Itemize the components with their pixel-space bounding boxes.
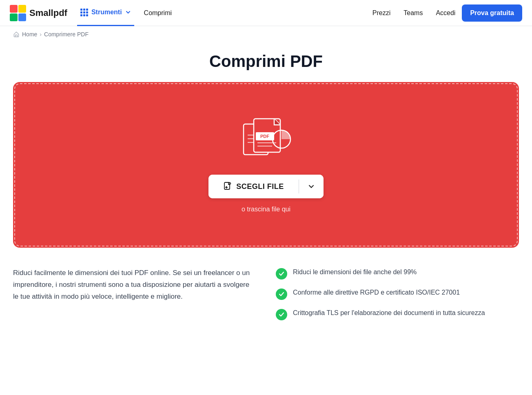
dropzone[interactable]: PDF SCEGLI FILE [14,83,518,246]
prova-gratuita-button[interactable]: Prova gratuita [462,4,522,22]
prezzi-nav-link[interactable]: Prezzi [366,0,397,26]
svg-rect-0 [10,5,18,13]
feature-text: Crittografia TLS per l'elaborazione dei … [293,308,485,318]
breadcrumb-home-link[interactable]: Home [22,31,37,38]
accedi-button[interactable]: Accedi [429,0,462,26]
choose-file-group: SCEGLI FILE [208,175,324,198]
feature-check-icon [276,268,287,280]
checkmark-icon [279,312,284,317]
content-description: Riduci facilmente le dimensioni dei tuoi… [13,267,256,303]
choose-file-dropdown-button[interactable] [299,175,324,198]
feature-text: Riduci le dimensioni dei file anche del … [293,267,417,277]
breadcrumb-current: Comprimere PDF [44,31,89,38]
logo-link[interactable]: Smallpdf [10,5,67,21]
feature-text: Conforme alle direttive RGPD e certifica… [293,288,460,297]
content-section: Riduci facilmente le dimensioni dei tuoi… [0,261,532,340]
svg-text:PDF: PDF [260,134,269,139]
strumenti-chevron-icon [125,9,131,15]
feature-item: Conforme alle direttive RGPD e certifica… [276,288,519,300]
file-plus-icon [223,182,232,191]
checkmark-icon [279,271,284,277]
breadcrumb-separator: › [40,31,42,38]
drag-text: o trascina file qui [242,206,290,213]
home-icon [13,31,20,38]
strumenti-label: Strumenti [91,9,122,16]
logo-icon [10,5,26,21]
svg-rect-15 [224,182,230,189]
svg-rect-3 [18,13,26,21]
chevron-down-icon [307,182,315,191]
content-left: Riduci facilmente le dimensioni dei tuoi… [13,267,256,320]
choose-file-label: SCEGLI FILE [236,182,284,191]
strumenti-nav-item[interactable]: Strumenti [77,0,134,26]
logo-text: Smallpdf [29,8,67,18]
feature-item: Crittografia TLS per l'elaborazione dei … [276,308,519,320]
pdf-illustration: PDF [237,117,295,163]
choose-file-button[interactable]: SCEGLI FILE [208,175,299,198]
feature-check-icon [276,309,287,320]
teams-nav-link[interactable]: Teams [397,0,429,26]
features-list: Riduci le dimensioni dei file anche del … [276,267,519,320]
checkmark-icon [279,291,284,297]
navbar: Smallpdf Strumenti Comprimi Prezzi Teams… [0,0,532,26]
svg-rect-1 [18,5,26,13]
page-title: Comprimi PDF [0,42,532,82]
svg-rect-2 [10,13,18,21]
grid-icon [80,9,88,16]
dropzone-wrapper: PDF SCEGLI FILE [13,82,519,248]
comprimi-nav-link[interactable]: Comprimi [137,0,178,26]
feature-check-icon [276,288,287,300]
feature-item: Riduci le dimensioni dei file anche del … [276,267,519,280]
breadcrumb: Home › Comprimere PDF [0,26,532,42]
